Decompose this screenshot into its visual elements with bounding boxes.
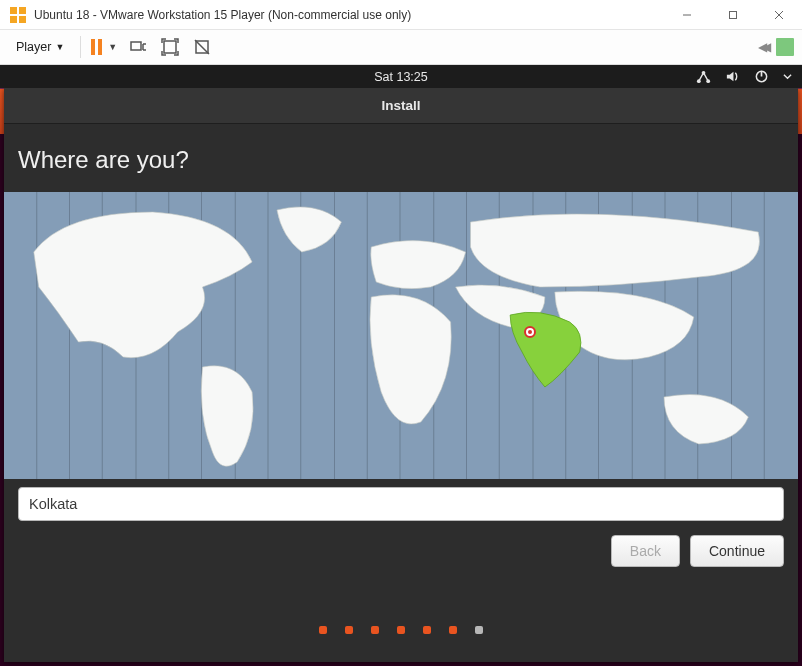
progress-dot — [371, 626, 379, 634]
shortcut-bar-icon[interactable]: ◀◀ — [758, 40, 766, 54]
page-heading: Where are you? — [4, 124, 798, 192]
player-toolbar: Player ▼ ▼ ◀◀ — [0, 30, 802, 65]
world-map-graphic — [4, 192, 798, 479]
timezone-map[interactable] — [4, 192, 798, 479]
progress-dot — [423, 626, 431, 634]
back-button[interactable]: Back — [611, 535, 680, 567]
ubiquity-installer-window: Install Where are you? — [4, 88, 798, 662]
network-icon — [696, 69, 711, 84]
cycle-devices-icon[interactable] — [776, 38, 794, 56]
pause-icon — [91, 39, 102, 55]
maximize-button[interactable] — [710, 0, 756, 30]
host-title-bar: Ubuntu 18 - VMware Workstation 15 Player… — [0, 0, 802, 30]
toolbar-separator — [80, 36, 81, 58]
gnome-top-bar[interactable]: Sat 13:25 — [0, 65, 802, 88]
vm-display: Sat 13:25 Install Where are you? — [0, 65, 802, 666]
volume-icon — [725, 69, 740, 84]
gnome-clock[interactable]: Sat 13:25 — [374, 70, 428, 84]
svg-rect-3 — [19, 16, 26, 23]
player-menu-label: Player — [16, 40, 51, 54]
svg-line-11 — [195, 40, 209, 54]
chevron-down-icon: ▼ — [108, 42, 117, 52]
timezone-input[interactable] — [18, 487, 784, 521]
progress-dot — [449, 626, 457, 634]
progress-dot — [345, 626, 353, 634]
svg-rect-9 — [164, 41, 176, 53]
ubiquity-window-title: Install — [4, 88, 798, 124]
pause-vm-button[interactable]: ▼ — [91, 39, 117, 55]
wizard-progress-dots — [4, 626, 798, 634]
power-icon — [754, 69, 769, 84]
progress-dot — [397, 626, 405, 634]
vmware-logo-icon — [10, 7, 26, 23]
timezone-input-area — [4, 479, 798, 521]
continue-button[interactable]: Continue — [690, 535, 784, 567]
close-button[interactable] — [756, 0, 802, 30]
send-ctrl-alt-del-button[interactable] — [127, 36, 149, 58]
svg-rect-1 — [19, 7, 26, 14]
fullscreen-button[interactable] — [159, 36, 181, 58]
player-menu[interactable]: Player ▼ — [10, 37, 70, 57]
unity-mode-button[interactable] — [191, 36, 213, 58]
minimize-button[interactable] — [664, 0, 710, 30]
chevron-down-icon: ▼ — [55, 42, 64, 52]
wizard-nav-buttons: Back Continue — [4, 521, 798, 567]
svg-rect-2 — [10, 16, 17, 23]
host-window-controls — [664, 0, 802, 30]
svg-rect-0 — [10, 7, 17, 14]
chevron-down-icon — [783, 72, 792, 81]
svg-rect-8 — [131, 42, 141, 50]
svg-rect-5 — [730, 11, 737, 18]
progress-dot — [475, 626, 483, 634]
progress-dot — [319, 626, 327, 634]
gnome-status-area[interactable] — [696, 69, 792, 84]
selected-timezone-region — [510, 312, 581, 387]
host-window-title: Ubuntu 18 - VMware Workstation 15 Player… — [34, 8, 664, 22]
